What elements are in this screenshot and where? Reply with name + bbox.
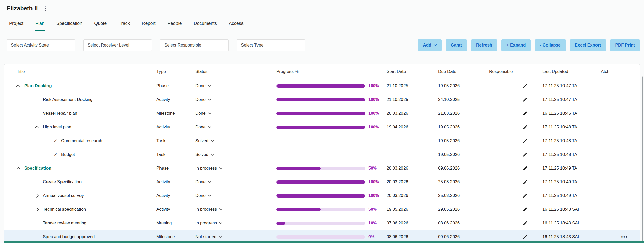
edit-responsible-pencil-icon[interactable] bbox=[523, 97, 528, 102]
due-date: 08.06.2026 bbox=[438, 221, 489, 226]
status-label: In progress bbox=[195, 166, 217, 171]
status-dropdown[interactable]: In progress bbox=[195, 207, 276, 212]
expand-chevron-icon[interactable] bbox=[35, 194, 41, 197]
add-button[interactable]: Add bbox=[418, 39, 441, 51]
status-label: Not started bbox=[195, 234, 216, 239]
status-dropdown[interactable]: In progress bbox=[195, 221, 276, 226]
progress-cell: 10% bbox=[276, 221, 387, 225]
filter-group: Select Activity StateSelect Receiver Lev… bbox=[7, 39, 305, 51]
collapse-chevron-icon[interactable] bbox=[35, 125, 41, 129]
status-dropdown[interactable]: Solved bbox=[195, 152, 276, 157]
column-header-type: Type bbox=[156, 69, 195, 74]
table-row-technical-specification[interactable]: Technical specificationActivityIn progre… bbox=[4, 203, 640, 216]
tab-people[interactable]: People bbox=[167, 20, 182, 31]
collapse-chevron-icon[interactable] bbox=[17, 84, 23, 88]
pdf-print-button[interactable]: PDF Print bbox=[610, 39, 640, 51]
status-dropdown[interactable]: In progress bbox=[195, 166, 276, 171]
due-date: 25.03.2026 bbox=[438, 193, 489, 198]
tab-track[interactable]: Track bbox=[118, 20, 130, 31]
row-title[interactable]: Plan Docking bbox=[24, 83, 52, 88]
edit-responsible-pencil-icon[interactable] bbox=[523, 221, 528, 226]
row-title[interactable]: Budget bbox=[61, 152, 75, 157]
excel-export-button-label: Excel Export bbox=[575, 43, 601, 48]
progress-bar bbox=[276, 112, 365, 115]
table-row-annual-vessel-survey[interactable]: Annual vessel surveyActivityDone100%20.0… bbox=[4, 189, 640, 203]
status-label: In progress bbox=[195, 207, 217, 212]
tab-documents[interactable]: Documents bbox=[193, 20, 217, 31]
progress-percent: 100% bbox=[368, 97, 379, 102]
edit-responsible-pencil-icon[interactable] bbox=[523, 152, 528, 157]
tab-specification[interactable]: Specification bbox=[56, 20, 83, 31]
tab-project[interactable]: Project bbox=[9, 20, 24, 31]
status-dropdown[interactable]: Done bbox=[195, 193, 276, 198]
status-dropdown[interactable]: Solved bbox=[195, 138, 276, 143]
expand-button[interactable]: + Expand bbox=[501, 39, 531, 51]
row-title[interactable]: Risk Assessment Docking bbox=[43, 97, 93, 102]
tab-plan[interactable]: Plan bbox=[35, 20, 45, 31]
filter-responsible[interactable]: Select Responsible bbox=[160, 39, 229, 51]
progress-cell: 100% bbox=[276, 180, 387, 184]
status-dropdown[interactable]: Done bbox=[195, 179, 276, 185]
edit-responsible-pencil-icon[interactable] bbox=[523, 125, 528, 130]
kebab-menu-icon[interactable]: ⋮ bbox=[43, 6, 48, 11]
row-title[interactable]: Commercial research bbox=[61, 138, 102, 143]
refresh-button[interactable]: Refresh bbox=[471, 39, 497, 51]
expand-chevron-icon[interactable] bbox=[35, 208, 41, 211]
collapse-button[interactable]: - Collapse bbox=[535, 39, 566, 51]
gantt-button[interactable]: Gantt bbox=[446, 39, 467, 51]
row-title[interactable]: Spec and budget approved bbox=[43, 234, 95, 239]
table-row-create-specification[interactable]: Create SpecificationActivityDone100%20.0… bbox=[4, 175, 640, 189]
table-row-risk-assessment-docking[interactable]: Risk Assessment DockingActivityDone100%2… bbox=[4, 93, 640, 107]
table-row-specification[interactable]: SpecificationPhaseIn progress50%20.03.20… bbox=[4, 161, 640, 175]
excel-export-button[interactable]: Excel Export bbox=[570, 39, 606, 51]
progress-cell: 50% bbox=[276, 207, 387, 212]
status-dropdown[interactable]: Done bbox=[195, 125, 276, 130]
tab-bar: ProjectPlanSpecificationQuoteTrackReport… bbox=[9, 20, 244, 31]
edit-responsible-pencil-icon[interactable] bbox=[523, 83, 528, 88]
edit-responsible-pencil-icon[interactable] bbox=[523, 179, 528, 185]
edit-responsible-pencil-icon[interactable] bbox=[523, 138, 528, 143]
tab-report[interactable]: Report bbox=[141, 20, 156, 31]
due-date: 24.10.2025 bbox=[438, 97, 489, 102]
table-row-budget[interactable]: ✓BudgetTaskSolved19.05.202617.11.25 10:4… bbox=[4, 148, 640, 161]
tab-quote[interactable]: Quote bbox=[94, 20, 107, 31]
pdf-print-button-label: PDF Print bbox=[615, 43, 635, 48]
edit-responsible-pencil-icon[interactable] bbox=[523, 166, 528, 171]
last-updated: 16.11.25 18:43 SAI bbox=[542, 207, 601, 212]
vertical-scrollbar[interactable] bbox=[642, 76, 643, 241]
row-title[interactable]: Annual vessel survey bbox=[43, 193, 84, 198]
chevron-down-icon bbox=[208, 180, 211, 183]
collapse-chevron-icon[interactable] bbox=[17, 166, 23, 170]
table-row-commercial-research[interactable]: ✓Commercial researchTaskSolved19.05.2026… bbox=[4, 134, 640, 148]
row-title[interactable]: Technical specification bbox=[43, 207, 86, 212]
filter-type[interactable]: Select Type bbox=[237, 39, 305, 51]
row-title[interactable]: Tender review meeting bbox=[43, 221, 86, 226]
status-dropdown[interactable]: Done bbox=[195, 83, 276, 88]
edit-responsible-pencil-icon[interactable] bbox=[523, 193, 528, 198]
edit-responsible-pencil-icon[interactable] bbox=[523, 234, 528, 239]
chevron-down-icon bbox=[208, 125, 211, 128]
row-title[interactable]: Vessel repair plan bbox=[43, 111, 77, 116]
due-date: 21.03.2026 bbox=[438, 111, 489, 116]
table-row-plan-docking[interactable]: Plan DockingPhaseDone100%21.10.202519.05… bbox=[4, 79, 640, 93]
table-row-vessel-repair-plan[interactable]: Vessel repair planMilestoneDone100%20.03… bbox=[4, 107, 640, 120]
progress-percent: 100% bbox=[368, 84, 379, 88]
check-icon: ✓ bbox=[54, 152, 60, 157]
status-dropdown[interactable]: Done bbox=[195, 97, 276, 102]
row-title[interactable]: High level plan bbox=[43, 125, 71, 130]
filter-activity-state[interactable]: Select Activity State bbox=[7, 39, 75, 51]
table-row-high-level-plan[interactable]: High level planActivityDone100%19.04.202… bbox=[4, 120, 640, 134]
add-button-label: Add bbox=[423, 43, 431, 48]
tab-access[interactable]: Access bbox=[228, 20, 244, 31]
edit-responsible-pencil-icon[interactable] bbox=[523, 207, 528, 212]
more-actions-icon[interactable]: ••• bbox=[601, 234, 628, 240]
row-title[interactable]: Specification bbox=[24, 166, 51, 171]
filter-receiver-level[interactable]: Select Receiver Level bbox=[83, 39, 152, 51]
edit-responsible-pencil-icon[interactable] bbox=[523, 111, 528, 116]
filter-toolbar: Select Activity StateSelect Receiver Lev… bbox=[7, 39, 640, 51]
progress-bar bbox=[276, 222, 365, 225]
status-dropdown[interactable]: Done bbox=[195, 111, 276, 116]
status-dropdown[interactable]: Not started bbox=[195, 234, 276, 239]
table-row-tender-review-meeting[interactable]: Tender review meetingMeetingIn progress1… bbox=[4, 216, 640, 230]
row-title[interactable]: Create Specification bbox=[43, 179, 82, 185]
